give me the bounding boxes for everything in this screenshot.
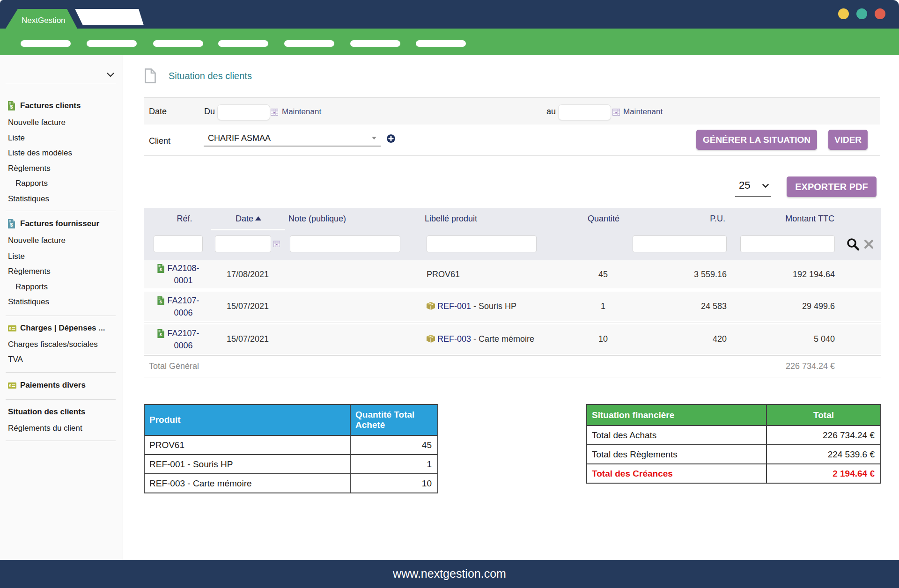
svg-text:$: $ bbox=[160, 332, 162, 337]
svg-text:$: $ bbox=[160, 299, 162, 304]
svg-text:$: $ bbox=[10, 222, 13, 228]
svg-text:$: $ bbox=[9, 326, 12, 331]
svg-text:$: $ bbox=[9, 383, 12, 388]
svg-text:$: $ bbox=[10, 104, 13, 110]
svg-text:$: $ bbox=[160, 267, 162, 272]
